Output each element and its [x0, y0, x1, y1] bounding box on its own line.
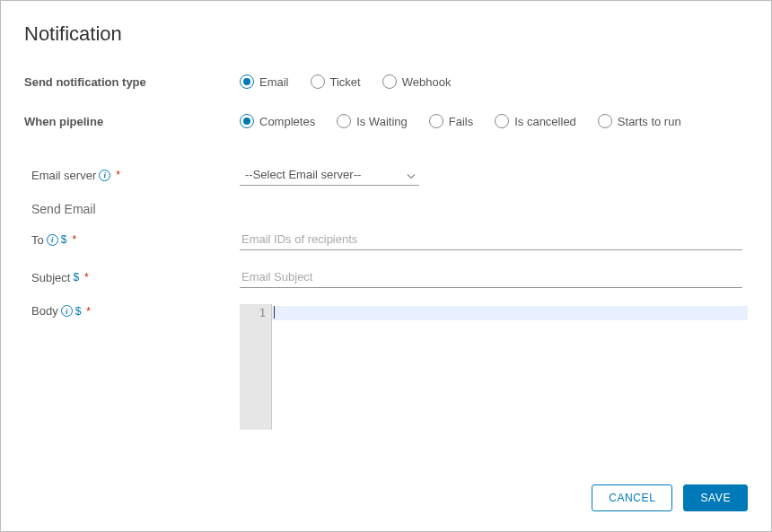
radio-label: Fails: [449, 115, 473, 128]
to-control: [240, 229, 748, 250]
radio-is-cancelled[interactable]: Is cancelled: [495, 114, 576, 128]
notification-modal: Notification Send notification type Emai…: [0, 0, 772, 532]
radio-icon: [382, 74, 397, 89]
radio-is-waiting[interactable]: Is Waiting: [337, 114, 408, 128]
radio-label: Webhook: [402, 75, 452, 89]
body-row: Body i $ * 1: [24, 304, 748, 430]
radio-email[interactable]: Email: [240, 74, 289, 89]
required-asterisk: *: [72, 233, 76, 246]
radio-completes[interactable]: Completes: [240, 114, 315, 128]
subject-label-col: Subject $ *: [24, 271, 240, 284]
radio-icon: [598, 114, 612, 128]
required-asterisk: *: [84, 271, 89, 283]
notification-type-options: Email Ticket Webhook: [240, 74, 748, 89]
save-button[interactable]: SAVE: [683, 484, 748, 511]
radio-icon: [337, 114, 351, 128]
to-label: To: [31, 233, 44, 247]
info-icon[interactable]: i: [61, 305, 73, 317]
subject-control: [240, 266, 748, 288]
email-server-control: --Select Email server--: [240, 164, 748, 186]
subject-label: Subject: [31, 271, 70, 284]
radio-icon: [495, 114, 509, 128]
pipeline-trigger-options: Completes Is Waiting Fails Is cancelled …: [240, 114, 748, 128]
body-label: Body: [31, 304, 58, 318]
radio-label: Is cancelled: [514, 115, 576, 128]
code-cursor: [274, 306, 275, 318]
active-line-highlight: [272, 306, 748, 320]
radio-starts-to-run[interactable]: Starts to run: [598, 114, 681, 128]
body-label-col: Body i $ *: [24, 304, 240, 318]
info-icon[interactable]: i: [99, 170, 110, 181]
radio-icon: [311, 74, 325, 89]
radio-icon: [240, 74, 254, 89]
radio-label: Completes: [259, 115, 315, 128]
radio-webhook[interactable]: Webhook: [382, 74, 452, 89]
info-icon[interactable]: i: [47, 234, 58, 246]
dollar-icon[interactable]: $: [75, 305, 82, 318]
radio-label: Starts to run: [618, 115, 681, 128]
to-row: To i $ *: [24, 229, 748, 250]
radio-ticket[interactable]: Ticket: [311, 74, 361, 89]
code-gutter: 1: [240, 304, 272, 430]
subject-row: Subject $ *: [24, 266, 748, 288]
radio-label: Ticket: [330, 75, 361, 89]
required-asterisk: *: [86, 305, 91, 318]
email-server-label-col: Email server i *: [24, 169, 240, 182]
pipeline-trigger-row: When pipeline Completes Is Waiting Fails…: [24, 114, 748, 128]
body-code-editor[interactable]: 1: [240, 304, 748, 430]
to-input[interactable]: [240, 229, 742, 250]
dollar-icon[interactable]: $: [61, 233, 67, 246]
notification-type-label: Send notification type: [24, 75, 240, 89]
button-row: CANCEL SAVE: [592, 484, 748, 511]
send-email-heading: Send Email: [27, 202, 748, 216]
required-asterisk: *: [116, 169, 120, 181]
radio-label: Is Waiting: [356, 115, 408, 128]
cancel-button[interactable]: CANCEL: [592, 484, 672, 511]
radio-label: Email: [259, 75, 289, 89]
email-server-label: Email server: [31, 169, 96, 182]
modal-title: Notification: [24, 22, 748, 46]
dollar-icon[interactable]: $: [73, 271, 79, 283]
radio-fails[interactable]: Fails: [429, 114, 473, 128]
to-label-col: To i $ *: [24, 233, 240, 247]
pipeline-trigger-label: When pipeline: [24, 115, 240, 128]
email-server-select-wrapper[interactable]: --Select Email server--: [240, 164, 419, 186]
notification-type-row: Send notification type Email Ticket Webh…: [24, 74, 748, 89]
subject-input[interactable]: [240, 266, 742, 288]
email-server-row: Email server i * --Select Email server--: [24, 164, 748, 186]
body-control: 1: [240, 304, 748, 430]
radio-icon: [240, 114, 254, 128]
email-server-select[interactable]: --Select Email server--: [240, 164, 419, 186]
radio-icon: [429, 114, 443, 128]
code-body[interactable]: [272, 304, 748, 430]
line-number: 1: [241, 306, 266, 320]
